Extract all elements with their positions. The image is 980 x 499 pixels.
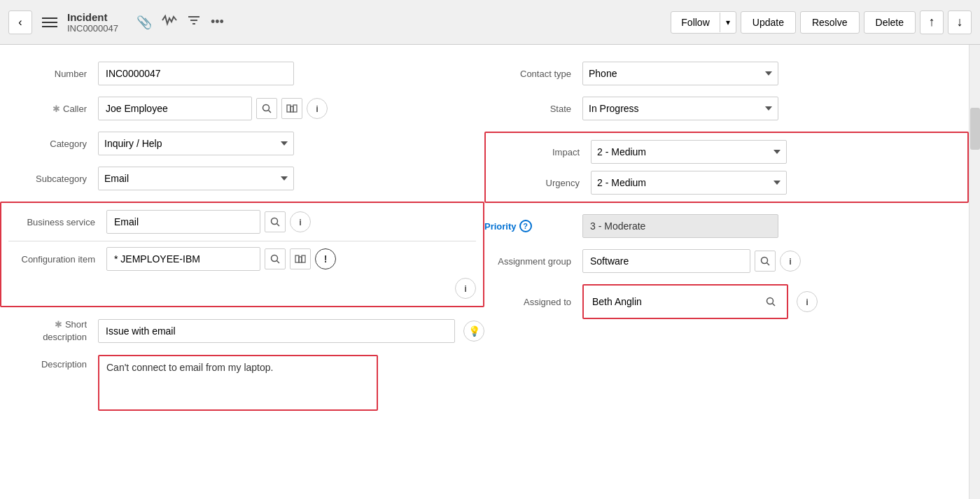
caller-map-button[interactable] [281, 98, 302, 119]
description-row: Description Can't connect to email from … [0, 355, 484, 411]
activity-icon[interactable] [162, 14, 177, 30]
info-icon: i [316, 104, 318, 114]
warning-icon: ! [324, 253, 328, 265]
priority-info-icon[interactable]: ? [519, 220, 532, 232]
toolbar-icons: 📎 ••• [136, 14, 224, 30]
business-service-row: Business service i [8, 210, 476, 234]
description-label: Description [0, 355, 98, 370]
left-column: Number Caller [0, 62, 484, 422]
number-label: Number [0, 69, 98, 79]
state-label: State [484, 104, 582, 114]
info-icon: i [464, 283, 467, 294]
contact-type-select[interactable]: Phone Email Web Walk-in Self-service [582, 62, 778, 85]
number-row: Number [0, 62, 484, 85]
business-search-button[interactable] [265, 211, 286, 232]
short-desc-bulb-button[interactable]: 💡 [463, 321, 484, 342]
assignment-info-button[interactable]: i [780, 251, 801, 272]
scrollbar-track[interactable] [969, 45, 980, 499]
hamburger-icon [42, 17, 57, 19]
nav-down-button[interactable]: ↓ [948, 10, 972, 34]
svg-point-10 [272, 255, 278, 262]
impact-select[interactable]: 1 - High 2 - Medium 3 - Low [591, 140, 787, 164]
config-search-button[interactable] [265, 248, 286, 269]
urgency-label: Urgency [493, 178, 591, 188]
state-row: State New In Progress On Hold Resolved C… [484, 97, 969, 120]
config-info-button[interactable]: i [455, 278, 476, 299]
back-button[interactable]: ‹ [8, 10, 32, 34]
caller-info-button[interactable]: i [307, 98, 328, 119]
svg-line-9 [277, 224, 280, 227]
more-icon[interactable]: ••• [211, 15, 224, 29]
info-icon: i [299, 217, 302, 227]
category-select[interactable]: Inquiry / Help Software Hardware Network… [98, 132, 294, 155]
filter-icon[interactable] [187, 14, 201, 30]
back-icon: ‹ [18, 16, 22, 29]
short-description-input[interactable] [98, 319, 455, 343]
subcategory-select[interactable]: Email Other [98, 167, 294, 190]
update-button[interactable]: Update [741, 11, 796, 34]
subcategory-row: Subcategory Email Other [0, 167, 484, 190]
caller-search-button[interactable] [256, 98, 277, 119]
svg-line-4 [269, 111, 272, 113]
assignment-group-input[interactable] [582, 249, 750, 273]
incident-number: INC0000047 [67, 23, 118, 34]
nav-up-button[interactable]: ↑ [920, 10, 944, 34]
business-config-group: Business service i Co [0, 202, 484, 307]
subcategory-label: Subcategory [0, 174, 98, 184]
state-select[interactable]: New In Progress On Hold Resolved Closed … [582, 97, 778, 120]
bulb-icon: 💡 [468, 325, 480, 337]
svg-point-17 [767, 298, 774, 304]
caller-row: Caller i [0, 97, 484, 120]
number-input[interactable] [98, 62, 294, 85]
priority-text: Priority [484, 221, 517, 232]
impact-urgency-group: Impact 1 - High 2 - Medium 3 - Low Urgen… [484, 132, 969, 203]
svg-rect-14 [302, 255, 305, 262]
follow-dropdown[interactable]: ▾ [720, 13, 736, 32]
resolve-button[interactable]: Resolve [800, 11, 860, 34]
svg-point-15 [762, 258, 768, 264]
caller-label: Caller [0, 104, 98, 114]
hamburger-button[interactable] [39, 15, 60, 30]
description-textarea[interactable]: Can't connect to email from my laptop. [98, 355, 378, 411]
hamburger-icon [42, 26, 57, 27]
caller-input[interactable] [98, 97, 252, 120]
follow-main[interactable]: Follow [671, 12, 719, 33]
config-item-label: Configuration item [8, 254, 106, 265]
business-service-label: Business service [8, 217, 106, 227]
assigned-to-input[interactable] [589, 290, 757, 314]
follow-button[interactable]: Follow ▾ [671, 11, 736, 34]
form-section: Number Caller [0, 45, 969, 422]
assignment-group-row: Assignment group i [484, 249, 969, 273]
config-map-button[interactable] [290, 248, 311, 269]
priority-link[interactable]: Priority ? [484, 220, 571, 232]
contact-type-label: Contact type [484, 69, 582, 79]
svg-line-16 [767, 263, 770, 266]
business-service-input[interactable] [106, 210, 260, 234]
svg-point-3 [263, 105, 270, 111]
info-icon: i [806, 297, 808, 307]
toolbar: ‹ Incident INC0000047 📎 [0, 0, 980, 45]
short-description-row: Shortdescription 💡 [0, 318, 484, 344]
delete-button[interactable]: Delete [864, 11, 916, 34]
svg-line-11 [277, 261, 280, 264]
svg-rect-7 [293, 105, 297, 112]
attachment-icon[interactable]: 📎 [136, 15, 152, 30]
hamburger-icon [42, 22, 57, 23]
urgency-select[interactable]: 1 - High 2 - Medium 3 - Low [591, 171, 787, 195]
assigned-search-button[interactable] [760, 291, 781, 312]
config-warn-button[interactable]: ! [315, 248, 336, 269]
assigned-to-label: Assigned to [484, 297, 582, 307]
svg-rect-5 [287, 105, 290, 112]
config-item-input[interactable] [106, 247, 260, 271]
assigned-info-button[interactable]: i [797, 291, 818, 312]
scrollbar-thumb[interactable] [970, 108, 980, 150]
business-info-button[interactable]: i [290, 211, 311, 232]
urgency-row: Urgency 1 - High 2 - Medium 3 - Low [493, 171, 960, 195]
svg-rect-6 [290, 106, 293, 112]
assignment-search-button[interactable] [755, 251, 776, 272]
assigned-to-row: Assigned to i [484, 284, 969, 319]
right-column: Contact type Phone Email Web Walk-in Sel… [484, 62, 969, 422]
priority-label: Priority ? [484, 220, 582, 232]
svg-rect-12 [295, 255, 299, 262]
config-item-row: Configuration item ! [8, 247, 476, 271]
